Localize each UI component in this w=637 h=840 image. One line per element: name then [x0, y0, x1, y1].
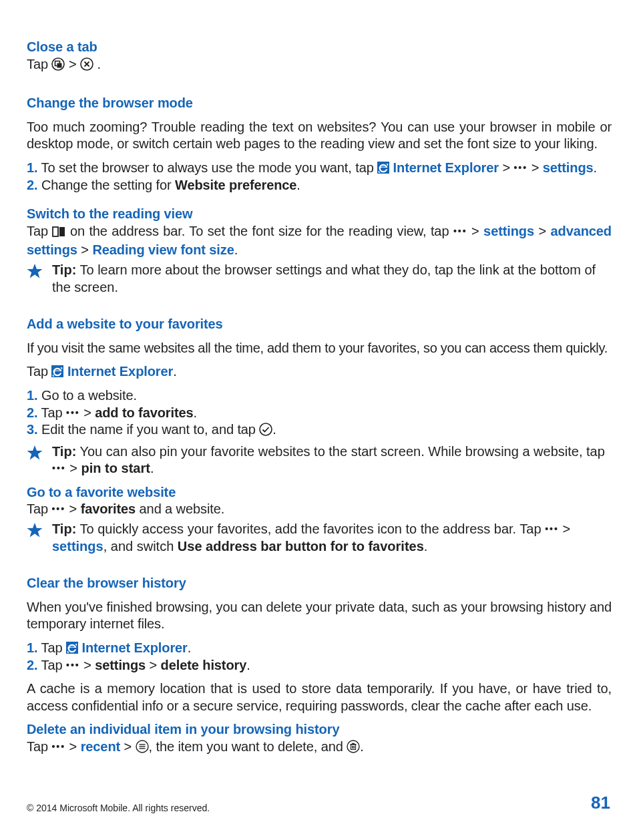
- text: Tap: [27, 501, 51, 516]
- text: .: [360, 739, 363, 754]
- text: >: [69, 461, 81, 475]
- more-icon: •••: [51, 503, 65, 515]
- more-icon: •••: [66, 660, 80, 672]
- text: Change the setting for: [37, 178, 175, 192]
- page-number: 81: [591, 793, 610, 813]
- text: >: [69, 739, 81, 754]
- step-number: 1.: [27, 388, 37, 403]
- ie-label: Internet Explorer: [67, 364, 173, 379]
- text: , the item you want to delete, and: [149, 739, 347, 754]
- more-icon: •••: [453, 226, 467, 238]
- tap-ie-line: Tap Internet Explorer.: [27, 363, 612, 381]
- text: >: [83, 658, 95, 672]
- text: .: [272, 422, 276, 437]
- tip-label: Tip:: [52, 262, 76, 277]
- text: Tap: [27, 224, 52, 238]
- settings-label: settings: [52, 539, 103, 554]
- tip-text: To learn more about the browser settings…: [52, 262, 596, 294]
- change-mode-step1: 1. To set the browser to always use the …: [27, 160, 612, 177]
- more-icon: •••: [52, 463, 66, 475]
- text: >: [83, 405, 95, 420]
- text: Tap: [27, 739, 51, 754]
- tip-star-icon: [27, 263, 43, 296]
- list-circle-icon: [136, 740, 149, 758]
- more-icon: •••: [545, 523, 559, 536]
- hist-step2: 2. Tap ••• > settings > delete history.: [27, 657, 612, 674]
- heading-clear-history: Clear the browser history: [27, 575, 612, 592]
- hist-step1: 1. Tap Internet Explorer.: [27, 640, 612, 657]
- reading-view-line: Tap on the address bar. To set the font …: [27, 223, 612, 259]
- book-icon: [52, 225, 65, 242]
- ie-label: Internet Explorer: [81, 640, 187, 655]
- heading-reading-view: Switch to the reading view: [27, 206, 612, 223]
- ie-label: Internet Explorer: [393, 160, 499, 175]
- text: To set the browser to always use the mod…: [37, 160, 377, 175]
- tip-label: Tip:: [52, 444, 76, 459]
- recent-label: recent: [81, 739, 120, 754]
- delete-history-label: delete history: [161, 658, 247, 672]
- text: Edit the name if you want to, and tap: [37, 422, 259, 437]
- settings-label: settings: [95, 658, 146, 672]
- text: .: [296, 178, 300, 192]
- fav-step3: 3. Edit the name if you want to, and tap…: [27, 421, 612, 441]
- text: and a website.: [136, 501, 224, 516]
- delete-item-line: Tap ••• > recent > , the item you want t…: [27, 739, 612, 758]
- tip-star-icon: [27, 522, 43, 555]
- text: on the address bar. To set the font size…: [70, 224, 453, 238]
- text: .: [594, 160, 597, 175]
- tabs-icon: [51, 57, 65, 75]
- tip-row: Tip: To learn more about the browser set…: [27, 262, 612, 296]
- step-number: 2.: [27, 178, 37, 192]
- text: .: [424, 539, 428, 554]
- tip-row: Tip: You can also pin your favorite webs…: [27, 443, 612, 477]
- more-icon: •••: [66, 407, 80, 419]
- text: Tap: [37, 405, 66, 420]
- clear-history-intro: When you've finished browsing, you can d…: [27, 599, 612, 633]
- text: .: [150, 461, 154, 475]
- step-number: 2.: [27, 658, 37, 672]
- text: Tap: [37, 640, 66, 655]
- check-circle-icon: [259, 423, 272, 441]
- step-number: 1.: [27, 160, 37, 175]
- close-tab-line: Tap > .: [27, 56, 612, 75]
- goto-favorite-line: Tap ••• > favorites and a website.: [27, 501, 612, 518]
- change-mode-step2: 2. Change the setting for Website prefer…: [27, 177, 612, 194]
- heading-add-favorite: Add a website to your favorites: [27, 316, 612, 333]
- text: , and switch: [103, 539, 178, 554]
- close-circle-icon: [80, 57, 93, 75]
- text: >: [562, 521, 570, 536]
- text: Go to a website.: [37, 388, 136, 403]
- website-pref: Website preference: [175, 178, 296, 192]
- step-number: 1.: [27, 640, 37, 655]
- favorites-label: favorites: [81, 501, 136, 516]
- text: .: [97, 57, 100, 71]
- add-favorite-intro: If you visit the same websites all the t…: [27, 340, 612, 357]
- gt: >: [81, 242, 92, 257]
- fav-step1: 1. Go to a website.: [27, 387, 612, 405]
- add-to-favorites-label: add to favorites: [95, 405, 193, 420]
- settings-label: settings: [543, 160, 594, 175]
- gt: >: [532, 160, 543, 175]
- tip-row: Tip: To quickly access your favorites, a…: [27, 521, 612, 555]
- copyright-text: © 2014 Microsoft Mobile. All rights rese…: [27, 803, 210, 813]
- settings-label: settings: [483, 224, 534, 238]
- more-icon: •••: [513, 162, 527, 174]
- gt: >: [538, 224, 550, 238]
- text: .: [173, 364, 176, 379]
- text: .: [188, 640, 191, 655]
- gt: >: [471, 224, 483, 238]
- text: Tap: [27, 364, 51, 379]
- text: >: [69, 57, 80, 71]
- tip-star-icon: [27, 445, 43, 477]
- heading-close-tab: Close a tab: [27, 39, 612, 56]
- ie-tile-icon: [51, 365, 63, 377]
- reading-view-font-label: Reading view font size: [92, 242, 234, 257]
- text: Tap: [27, 57, 51, 71]
- step-number: 3.: [27, 422, 37, 437]
- text: Tap: [37, 658, 66, 672]
- ie-tile-icon: [377, 162, 389, 174]
- text: >: [124, 739, 136, 754]
- step-number: 2.: [27, 405, 37, 420]
- change-mode-intro: Too much zooming? Trouble reading the te…: [27, 119, 612, 153]
- text: .: [234, 242, 238, 257]
